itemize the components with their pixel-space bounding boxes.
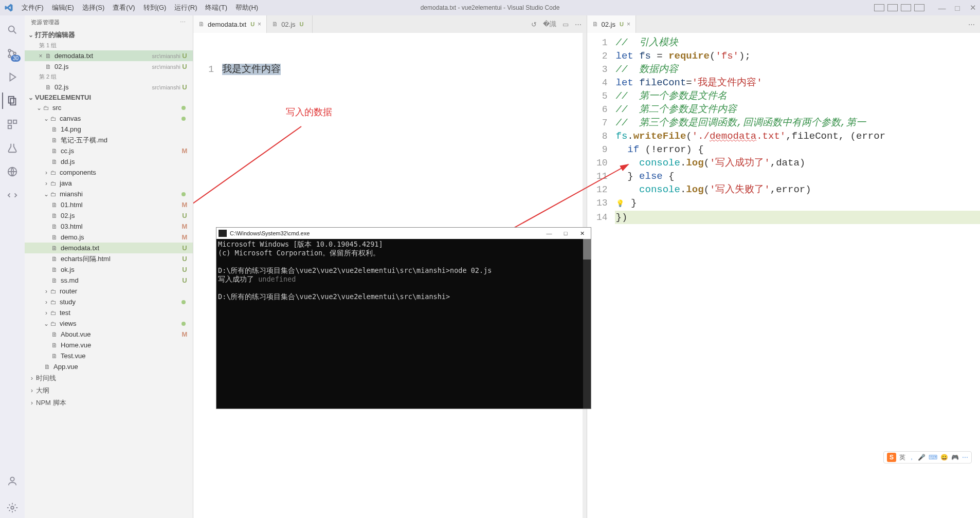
minimize-button[interactable]: — [937,4,947,12]
svg-point-10 [10,477,14,481]
layout-icons[interactable] [874,4,924,11]
cmd-close[interactable]: ✕ [575,230,589,237]
tree-folder[interactable]: ⌄🗀mianshi [25,189,193,199]
tree-file[interactable]: 🗎dd.js [25,156,193,167]
ime-lang[interactable]: 英 [899,453,905,462]
file-icon: 🗎 [592,21,598,28]
file-icon: 🗎 [50,245,59,252]
search-icon[interactable] [2,20,23,40]
folder-icon: 🗀 [49,309,58,317]
tree-folder[interactable]: ›🗀test [25,307,193,318]
menu-item[interactable]: 帮助(H) [231,1,262,14]
file-icon: 🗎 [198,21,205,28]
cmd-output[interactable]: Microsoft Windows [版本 10.0.19045.4291] (… [216,239,591,409]
tree-file[interactable]: 🗎笔记-五子棋.md [25,135,193,145]
file-icon: 🗎 [44,63,52,70]
menu-item[interactable]: 文件(F) [17,1,48,14]
tree-folder[interactable]: ⌄🗀views [25,318,193,329]
tree-folder[interactable]: ›🗀components [25,167,193,178]
maximize-button[interactable]: □ [952,4,963,12]
explorer-icon[interactable] [2,90,23,111]
file-icon: 🗎 [50,266,59,273]
tree-file[interactable]: 🗎echarts间隔.htmlU [25,253,193,264]
cmd-maximize[interactable]: □ [559,230,572,237]
debug-icon[interactable] [2,67,23,87]
tree-folder[interactable]: ⌄🗀src [25,102,193,113]
account-icon[interactable] [2,471,23,491]
extensions-icon[interactable] [2,114,23,135]
cmd-minimize[interactable]: — [542,230,556,237]
tab-controls[interactable]: ↺�識▭⋯ [526,15,587,33]
ime-item[interactable]: ⋯ [962,454,968,461]
open-editor-item[interactable]: ×🗎demodata.txtsrc\mianshiU [25,50,193,61]
tree-file[interactable]: 🗎ss.mdU [25,275,193,286]
tree-file[interactable]: 🗎Test.vue [25,350,193,361]
close-icon[interactable]: × [258,21,261,28]
file-icon: 🗎 [50,147,59,155]
explorer-title: 资源管理器 [31,18,60,26]
open-editor-item[interactable]: 🗎02.jssrc\mianshiU [25,61,193,72]
tree-file[interactable]: 🗎App.vue [25,361,193,372]
close-icon[interactable]: × [627,21,630,28]
file-icon: 🗎 [50,201,59,209]
scm-icon[interactable]: 30 [2,43,23,64]
tree-file[interactable]: 🗎Home.vue [25,340,193,350]
menu-item[interactable]: 运行(R) [170,1,201,14]
code-editor[interactable]: 1// 引入模块2let fs = require('fs');3// 数据内容… [587,33,981,518]
cmd-titlebar[interactable]: C:\Windows\System32\cmd.exe — □ ✕ [216,228,591,239]
remote-icon[interactable] [2,161,23,182]
ime-item[interactable]: 🎤 [918,454,925,461]
ime-item[interactable]: ⌨ [929,454,937,461]
cmd-title-text: C:\Windows\System32\cmd.exe [230,230,310,236]
section-header[interactable]: ›NPM 脚本 [25,397,193,409]
file-icon: 🗎 [50,331,59,338]
cmd-scrollbar[interactable] [583,239,591,409]
sogou-icon: S [887,453,896,462]
tree-folder[interactable]: ›🗀router [25,286,193,297]
tree-file[interactable]: 🗎ok.jsU [25,264,193,275]
tree-folder[interactable]: ›🗀java [25,178,193,189]
menu-item[interactable]: 终端(T) [201,1,231,14]
editor-tab[interactable]: 🗎02.jsU× [587,15,636,33]
settings-icon[interactable] [2,497,23,518]
ime-item[interactable]: 😀 [940,454,948,461]
ime-toolbar[interactable]: S 英 ， 🎤 ⌨ 😀 🎮 ⋯ [883,451,972,464]
section-header[interactable]: ›大纲 [25,384,193,397]
tree-folder[interactable]: ⌄🗀canvas [25,113,193,124]
file-icon: 🗎 [50,126,59,133]
ime-item[interactable]: ， [909,453,915,462]
editor-tab[interactable]: 🗎demodata.txtU× [193,15,267,33]
tree-file[interactable]: 🗎demodata.txtU [25,243,193,253]
test-icon[interactable] [2,138,23,158]
tree-folder[interactable]: ›🗀study [25,297,193,307]
close-button[interactable]: ✕ [968,3,978,12]
svg-rect-6 [8,120,11,123]
menu-item[interactable]: 查看(V) [108,1,139,14]
section-header[interactable]: ›时间线 [25,372,193,384]
line-number: 1 [193,63,221,76]
file-icon: 🗎 [44,52,52,60]
tree-file[interactable]: 🗎01.htmlM [25,199,193,210]
cmd-window[interactable]: C:\Windows\System32\cmd.exe — □ ✕ Micros… [216,227,591,409]
file-content[interactable]: 我是文件内容 [222,64,281,75]
tree-file[interactable]: 🗎14.png [25,124,193,135]
editor-tab[interactable]: 🗎02.jsU [267,15,312,33]
section-header[interactable]: ⌄打开的编辑器 [25,29,193,41]
menu-item[interactable]: 编辑(E) [48,1,78,14]
ime-item[interactable]: 🎮 [951,454,959,461]
explorer-more-icon[interactable]: ⋯ [180,19,187,26]
menu-item[interactable]: 转到(G) [139,1,171,14]
folder-icon: 🗀 [49,115,58,122]
file-icon: 🗎 [50,234,59,241]
file-icon: 🗎 [50,342,59,349]
folder-icon: 🗀 [49,180,58,187]
git-icon[interactable] [2,185,23,206]
tree-file[interactable]: 🗎demo.jsM [25,232,193,243]
tree-file[interactable]: 🗎02.jsU [25,210,193,221]
tree-file[interactable]: 🗎03.htmlM [25,221,193,232]
section-header[interactable]: ⌄VUE2ELEMENTUI [25,92,193,102]
tree-file[interactable]: 🗎cc.jsM [25,145,193,156]
open-editor-item[interactable]: 🗎02.jssrc\mianshiU [25,82,193,92]
menu-item[interactable]: 选择(S) [78,1,108,14]
tree-file[interactable]: 🗎About.vueM [25,329,193,340]
